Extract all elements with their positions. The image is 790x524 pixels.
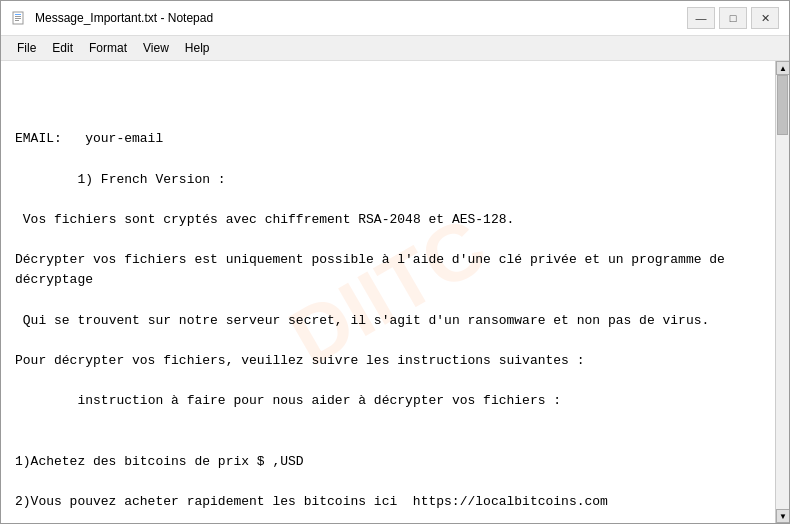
- title-bar: Message_Important.txt - Notepad — □ ✕: [1, 1, 789, 36]
- svg-rect-3: [15, 18, 21, 19]
- menu-edit[interactable]: Edit: [44, 38, 81, 58]
- menu-format[interactable]: Format: [81, 38, 135, 58]
- text-content: EMAIL: your-email 1) French Version : Vo…: [15, 129, 761, 523]
- svg-rect-4: [15, 20, 19, 21]
- scrollbar: ▲ ▼: [775, 61, 789, 523]
- scroll-thumb[interactable]: [777, 75, 788, 135]
- svg-rect-1: [15, 14, 21, 15]
- menu-bar: File Edit Format View Help: [1, 36, 789, 61]
- menu-help[interactable]: Help: [177, 38, 218, 58]
- window-title: Message_Important.txt - Notepad: [35, 11, 213, 25]
- menu-file[interactable]: File: [9, 38, 44, 58]
- scroll-track[interactable]: [776, 75, 789, 509]
- text-editor[interactable]: DIITC EMAIL: your-email 1) French Versio…: [1, 61, 775, 523]
- scroll-down-button[interactable]: ▼: [776, 509, 789, 523]
- scroll-up-button[interactable]: ▲: [776, 61, 789, 75]
- window-controls: — □ ✕: [687, 7, 779, 29]
- notepad-window: Message_Important.txt - Notepad — □ ✕ Fi…: [0, 0, 790, 524]
- close-button[interactable]: ✕: [751, 7, 779, 29]
- minimize-button[interactable]: —: [687, 7, 715, 29]
- maximize-button[interactable]: □: [719, 7, 747, 29]
- svg-rect-2: [15, 16, 21, 17]
- menu-view[interactable]: View: [135, 38, 177, 58]
- title-bar-left: Message_Important.txt - Notepad: [11, 10, 213, 26]
- content-area: DIITC EMAIL: your-email 1) French Versio…: [1, 61, 789, 523]
- notepad-icon: [11, 10, 27, 26]
